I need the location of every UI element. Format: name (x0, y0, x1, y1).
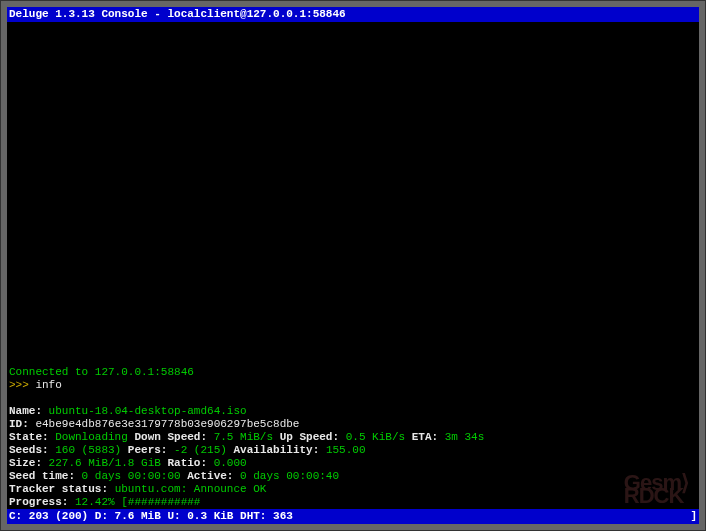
peers-label: Peers: (121, 444, 167, 456)
prompt-line: >>> info (7, 379, 699, 392)
terminal[interactable]: Deluge 1.3.13 Console - localclient@127.… (7, 7, 699, 524)
progress-row: Progress: 12.42% [########### (7, 496, 699, 509)
seeds-row: Seeds: 160 (5883) Peers: -2 (215) Availa… (7, 444, 699, 457)
blank-line (7, 392, 699, 405)
seeds-label: Seeds: (9, 444, 49, 456)
id-row: ID: e4be9e4db876e3e3179778b03e906297be5c… (7, 418, 699, 431)
ratio-label: Ratio: (161, 457, 207, 469)
terminal-frame: Deluge 1.3.13 Console - localclient@127.… (0, 0, 706, 531)
active-label: Active: (181, 470, 234, 482)
size-label: Size: (9, 457, 42, 469)
size-row: Size: 227.6 MiB/1.8 GiB Ratio: 0.000 (7, 457, 699, 470)
torrent-name: ubuntu-18.04-desktop-amd64.iso (42, 405, 247, 417)
status-tail: ] (690, 510, 697, 523)
ratio-value: 0.000 (207, 457, 247, 469)
status-bar: C: 203 (200) D: 7.6 MiB U: 0.3 KiB DHT: … (7, 509, 699, 524)
size-value: 227.6 MiB/1.8 GiB (42, 457, 161, 469)
state-value: Downloading (49, 431, 128, 443)
progress-bar: [########### (115, 496, 201, 508)
upspeed-value: 0.5 KiB/s (339, 431, 405, 443)
tracker-label: Tracker status: (9, 483, 108, 495)
state-row: State: Downloading Down Speed: 7.5 MiB/s… (7, 431, 699, 444)
client-string: localclient@127.0.0.1:58846 (167, 8, 345, 20)
name-label: Name: (9, 405, 42, 417)
seedtime-row: Seed time: 0 days 00:00:00 Active: 0 day… (7, 470, 699, 483)
seeds-value: 160 (5883) (49, 444, 122, 456)
peers-value: -2 (215) (167, 444, 226, 456)
avail-value: 155.00 (319, 444, 365, 456)
connection-status: Connected to 127.0.0.1:58846 (7, 366, 699, 379)
output-block: Connected to 127.0.0.1:58846 >>> info Na… (7, 366, 699, 524)
tracker-row: Tracker status: ubuntu.com: Announce OK (7, 483, 699, 496)
prompt-mark: >>> (9, 379, 35, 391)
tracker-value: ubuntu.com: Announce OK (108, 483, 266, 495)
eta-value: 3m 34s (438, 431, 484, 443)
torrent-id: e4be9e4db876e3e3179778b03e906297be5c8dbe (29, 418, 300, 430)
seedtime-value: 0 days 00:00:00 (75, 470, 181, 482)
title-sep: - (148, 8, 168, 20)
seedtime-label: Seed time: (9, 470, 75, 482)
title-bar: Deluge 1.3.13 Console - localclient@127.… (7, 7, 699, 22)
avail-label: Availability: (227, 444, 319, 456)
progress-label: Progress: (9, 496, 68, 508)
state-label: State: (9, 431, 49, 443)
active-value: 0 days 00:00:40 (233, 470, 339, 482)
progress-pct: 12.42% (68, 496, 114, 508)
name-row: Name: ubuntu-18.04-desktop-amd64.iso (7, 405, 699, 418)
app-title: Deluge 1.3.13 Console (9, 8, 148, 20)
command-input[interactable]: info (35, 379, 61, 391)
eta-label: ETA: (405, 431, 438, 443)
status-text: C: 203 (200) D: 7.6 MiB U: 0.3 KiB DHT: … (9, 510, 293, 523)
id-label: ID: (9, 418, 29, 430)
downspeed-label: Down Speed: (128, 431, 207, 443)
downspeed-value: 7.5 MiB/s (207, 431, 273, 443)
upspeed-label: Up Speed: (273, 431, 339, 443)
